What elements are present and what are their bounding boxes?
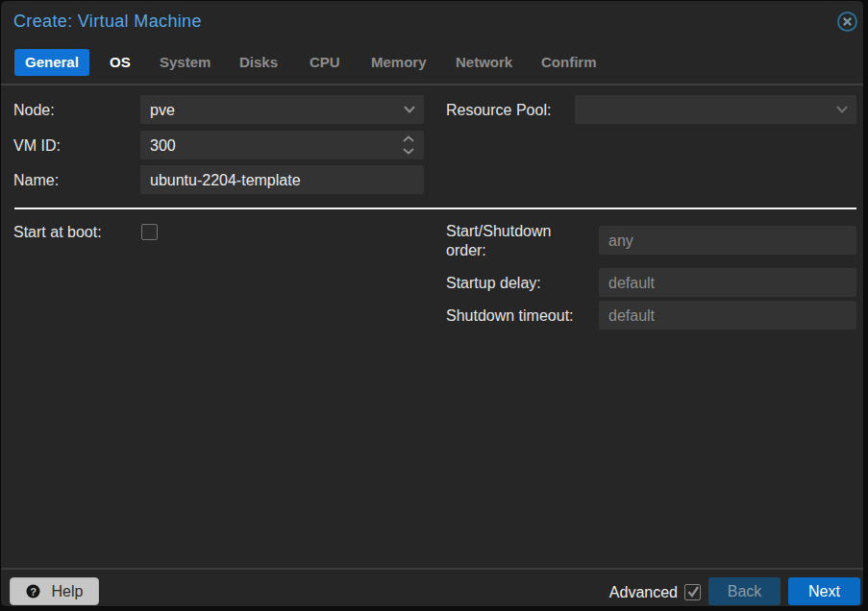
svg-text:?: ? — [30, 586, 37, 598]
